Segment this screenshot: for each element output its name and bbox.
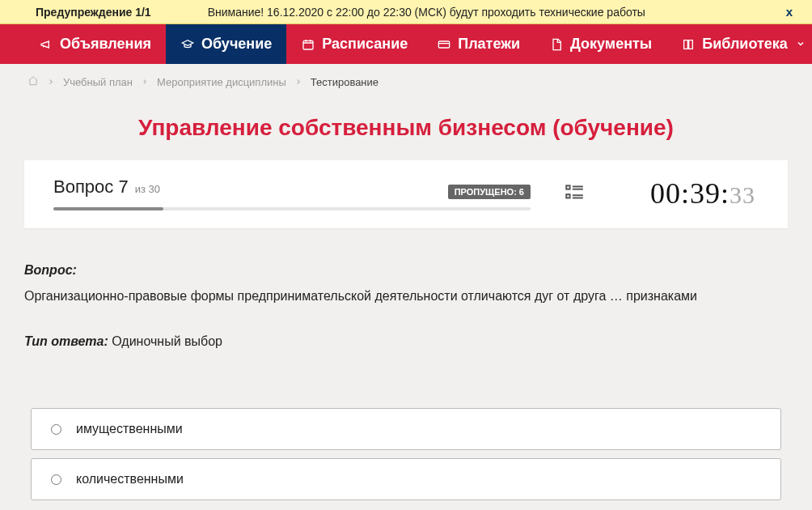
- answer-radio[interactable]: [51, 474, 61, 485]
- question-header-card: Вопрос 7 из 30 ПРОПУЩЕНО: 6: [24, 160, 788, 228]
- question-total-value: 30: [149, 183, 160, 195]
- answer-text: имущественными: [76, 422, 183, 436]
- svg-rect-3: [566, 194, 569, 198]
- nav-label: Обучение: [201, 36, 272, 53]
- breadcrumb-separator-icon: [47, 76, 55, 88]
- page-title: Управление собственным бизнесом (обучени…: [0, 100, 812, 160]
- warning-message: Внимание! 16.12.2020 с 22:00 до 22:30 (М…: [167, 6, 762, 19]
- nav-payments[interactable]: Платежи: [422, 24, 535, 64]
- timer: 00:39:33: [618, 176, 763, 210]
- breadcrumb-separator-icon: [294, 76, 302, 88]
- question-total-prefix: из: [135, 183, 146, 195]
- nav-label: Объявления: [60, 36, 151, 53]
- question-label-prefix: Вопрос: [53, 176, 113, 197]
- answer-type-value: Одиночный выбор: [112, 334, 222, 348]
- warning-title: Предупреждение 1/1: [36, 6, 151, 19]
- card-icon: [437, 38, 451, 51]
- question-total: из 30: [135, 183, 160, 195]
- answer-option[interactable]: имущественными: [31, 408, 781, 450]
- svg-rect-1: [439, 41, 450, 48]
- nav-announcements[interactable]: Объявления: [24, 24, 166, 64]
- question-number: 7: [118, 176, 128, 197]
- timer-seconds: 33: [730, 181, 755, 209]
- answer-option[interactable]: количественными: [31, 458, 781, 500]
- breadcrumb-link[interactable]: Мероприятие дисциплины: [157, 76, 286, 88]
- answer-radio[interactable]: [51, 424, 61, 435]
- calendar-icon: [301, 38, 315, 51]
- book-icon: [681, 38, 696, 51]
- answers-list: имущественными количественными: [0, 408, 812, 510]
- breadcrumb: Учебный план Мероприятие дисциплины Тест…: [0, 64, 812, 100]
- question-number-label: Вопрос 7: [53, 176, 129, 198]
- timer-main: 00:39:: [650, 176, 730, 210]
- progress-fill: [53, 207, 163, 210]
- nav-label: Документы: [570, 36, 652, 53]
- home-icon[interactable]: [27, 75, 39, 89]
- question-text: Организационно-правовые формы предприним…: [24, 287, 788, 306]
- nav-library[interactable]: Библиотека: [666, 24, 812, 64]
- answer-type-label: Тип ответа:: [24, 334, 108, 348]
- breadcrumb-separator-icon: [141, 76, 149, 88]
- nav-label: Расписание: [322, 36, 408, 53]
- nav-label: Библиотека: [702, 36, 788, 53]
- graduation-cap-icon: [180, 38, 195, 51]
- answer-text: количественными: [76, 472, 184, 487]
- nav-schedule[interactable]: Расписание: [286, 24, 422, 64]
- nav-documents[interactable]: Документы: [535, 24, 666, 64]
- warning-close-button[interactable]: x: [778, 5, 801, 19]
- main-nav: Объявления Обучение Расписание Платежи Д…: [0, 24, 812, 64]
- progress-bar: [53, 207, 531, 210]
- nav-education[interactable]: Обучение: [166, 24, 286, 64]
- document-icon: [549, 38, 564, 51]
- breadcrumb-link[interactable]: Учебный план: [63, 76, 133, 88]
- chevron-down-icon: [796, 36, 806, 53]
- breadcrumb-current: Тестирование: [311, 76, 379, 88]
- svg-rect-0: [303, 40, 313, 49]
- question-label: Вопрос:: [24, 261, 788, 280]
- question-body: Вопрос: Организационно-правовые формы пр…: [0, 228, 812, 408]
- nav-label: Платежи: [458, 36, 520, 53]
- svg-rect-2: [566, 185, 569, 189]
- question-list-button[interactable]: [555, 182, 594, 206]
- megaphone-icon: [39, 38, 53, 51]
- skipped-badge: ПРОПУЩЕНО: 6: [448, 185, 531, 199]
- warning-bar: Предупреждение 1/1 Внимание! 16.12.2020 …: [0, 0, 812, 24]
